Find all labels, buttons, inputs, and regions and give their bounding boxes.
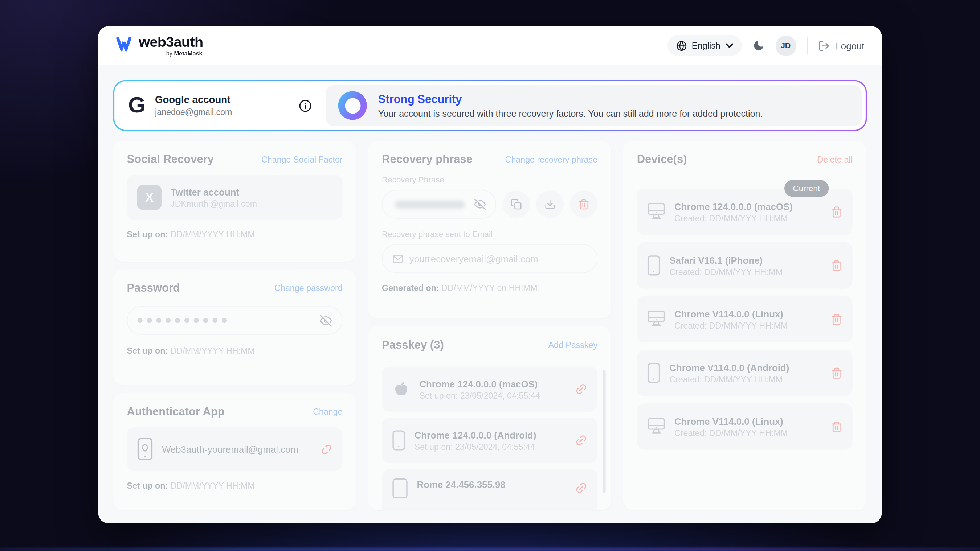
authenticator-setup-meta: Set up on: DD/MM/YYYY HH:MM [127,481,343,491]
google-icon: G [128,93,146,116]
logout-button[interactable]: Logout [818,40,864,51]
social-recovery-title: Social Recovery [127,153,214,166]
copy-phrase-button[interactable] [502,191,530,218]
language-selector[interactable]: English [667,35,741,56]
link-icon[interactable] [573,432,590,449]
device-row: Chrome V114.0.0 (Android) Created: DD/MM… [637,350,853,396]
change-password-link[interactable]: Change password [274,284,342,293]
security-banner: G Google account janedoe@gmail.com [113,80,867,131]
password-setup-meta: Set up on: DD/MM/YYYY HH:MM [127,346,343,356]
x-twitter-icon: X [137,185,162,210]
security-status-title: Strong Security [378,93,763,106]
authenticator-card: Authenticator App Change [113,393,356,510]
app-header: web3auth by MetaMask English [98,26,881,65]
password-title: Password [127,282,180,295]
web3auth-logo-icon [116,35,135,51]
security-status-description: Your account is secured with three recov… [378,108,763,119]
security-ring-icon [338,91,367,120]
passkey-row: Chrome 124.0.0.0 (Android) Set up on: 23… [382,418,597,463]
social-setup-meta: Set up on: DD/MM/YYYY HH:MM [127,230,343,240]
device-row: Chrome V114.0.0 (Linux) Created: DD/MM/Y… [637,403,853,449]
eye-off-icon[interactable] [320,314,332,327]
eye-off-icon[interactable] [474,199,486,210]
recovery-email-input[interactable]: yourrecoveryemail@gmail.com [382,244,597,273]
phone-icon [647,255,660,276]
social-recovery-card: Social Recovery Change Social Factor X T… [113,140,356,262]
recovery-phrase-input[interactable] [382,190,496,218]
recovery-email-label: Recovery phrase sent to Email [382,229,597,239]
authenticator-row-label: Web3auth-youremail@gmal.com [162,444,298,454]
password-card: Password Change password [113,269,356,385]
desktop-icon [647,310,666,329]
passkey-row: Rome 24.456.355.98 [382,469,597,510]
desktop-icon [647,417,666,436]
brand-logo: web3auth by MetaMask [116,35,203,56]
twitter-account-row: X Twitter account JDKmurthi@gmail.com [127,175,343,220]
desktop-icon [647,202,666,221]
account-title: Google account [155,94,232,106]
trash-icon[interactable] [830,367,842,379]
page: web3auth by MetaMask English [0,0,980,551]
twitter-row-email: JDKmurthi@gmail.com [170,199,257,208]
phone-icon [647,362,660,384]
device-row: Chrome V114.0.0 (Linux) Created: DD/MM/Y… [637,296,853,342]
trash-icon[interactable] [830,421,842,433]
link-icon[interactable] [573,380,590,398]
change-social-factor-link[interactable]: Change Social Factor [261,155,343,164]
recovery-phrase-redacted-value [395,200,465,208]
authenticator-phone-icon [137,437,153,460]
logout-label: Logout [835,40,864,51]
security-status: Strong Security Your account is secured … [326,85,862,126]
recovery-email-value: yourrecoveryemail@gmail.com [409,253,538,264]
dark-mode-toggle[interactable] [752,39,765,51]
twitter-row-title: Twitter account [170,186,257,197]
device-row: Safari V16.1 (iPhone) Created: DD/MM/YYY… [637,242,853,288]
brand-wordmark: web3auth [138,35,203,49]
devices-card: Device(s) Delete all Current [623,140,866,510]
recovery-phrase-title: Recovery phrase [382,153,473,166]
download-icon [544,199,556,210]
delete-all-link[interactable]: Delete all [818,155,853,164]
account-email: janedoe@gmail.com [155,107,232,117]
tablet-icon [392,478,408,499]
passkey-scrollbar[interactable] [603,370,606,493]
language-label: English [692,41,721,51]
trash-icon [578,199,589,210]
passkey-title: Passkey (3) [382,338,444,351]
passkey-row: Chrome 124.0.0.0 (macOS) Set up on: 23/0… [382,367,597,412]
copy-icon [511,199,522,210]
add-passkey-link[interactable]: Add Passkey [548,340,597,350]
change-authenticator-link[interactable]: Change [313,407,342,417]
main-panel: web3auth by MetaMask English [98,26,881,524]
mail-icon [392,253,403,264]
passkey-card: Passkey (3) Add Passkey [368,326,611,510]
recovery-generated-meta: Generated on: DD/MM/YYYY on HH:MM [382,284,597,293]
globe-icon [676,40,687,51]
link-icon[interactable] [573,479,590,497]
trash-icon[interactable] [830,259,842,272]
delete-phrase-button[interactable] [570,191,597,218]
phone-icon [392,430,406,451]
authenticator-row: Web3auth-youremail@gmal.com [127,427,343,471]
chevron-down-icon [725,43,733,48]
recovery-phrase-label: Recovery Phrase [382,175,597,184]
bottom-glow-decoration [0,548,980,551]
current-device-badge: Current [784,180,829,197]
apple-icon [392,379,411,399]
password-masked-value [138,318,227,323]
logout-icon [818,40,830,51]
download-phrase-button[interactable] [536,191,564,218]
unlink-icon[interactable] [318,441,335,457]
recovery-phrase-card: Recovery phrase Change recovery phrase R… [368,140,611,319]
devices-title: Device(s) [637,153,687,166]
account-summary: G Google account janedoe@gmail.com [115,81,326,130]
trash-icon[interactable] [830,313,842,326]
header-divider [807,37,808,54]
trash-icon[interactable] [830,206,842,218]
avatar[interactable]: JD [775,35,796,56]
password-input[interactable] [127,306,343,335]
brand-byline: by MetaMask [166,51,202,56]
info-icon[interactable] [299,99,312,112]
authenticator-title: Authenticator App [127,405,225,419]
change-recovery-phrase-link[interactable]: Change recovery phrase [505,155,598,164]
